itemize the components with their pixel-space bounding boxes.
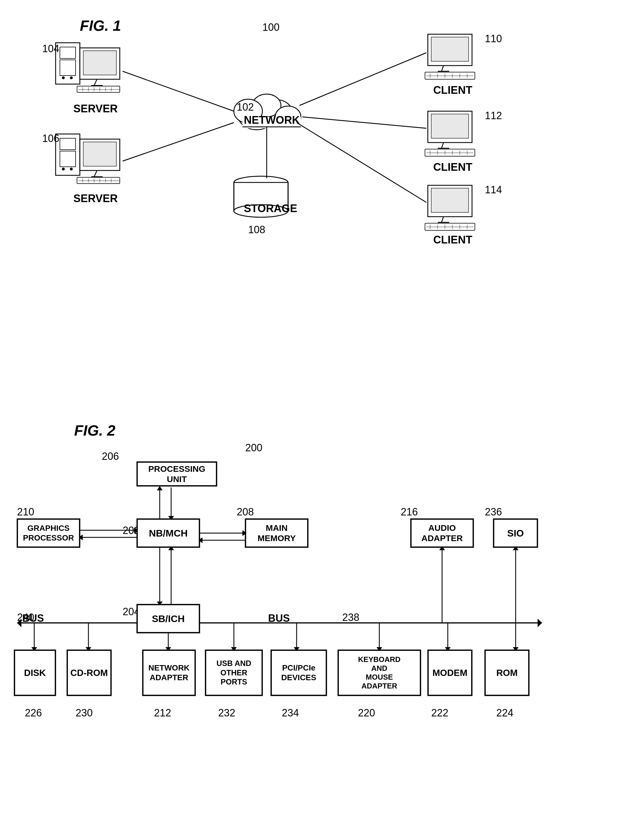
ref-114: 114 (485, 184, 502, 196)
svg-rect-46 (428, 34, 472, 65)
svg-marker-114 (538, 619, 542, 627)
ref-222: 222 (431, 707, 448, 719)
svg-rect-59 (431, 114, 468, 138)
usb-ports-box: USB ANDOTHERPORTS (205, 650, 262, 695)
svg-rect-6 (83, 51, 116, 75)
label-client1: CLIENT (425, 84, 481, 96)
ref-100: 100 (262, 21, 280, 33)
svg-line-48 (441, 65, 444, 71)
ref-234: 234 (282, 707, 299, 719)
label-server2: SERVER (67, 192, 124, 205)
ref-206: 206 (102, 450, 119, 462)
svg-rect-58 (428, 111, 472, 143)
network-adapter-box: NETWORKADAPTER (143, 650, 195, 695)
svg-line-86 (302, 117, 426, 128)
label-network: NETWORK (244, 114, 291, 126)
svg-rect-74 (425, 223, 475, 230)
ref-224: 224 (496, 707, 513, 719)
cd-rom-box: CD-ROM (67, 650, 111, 695)
sio-box: SIO (493, 519, 538, 547)
ref-112: 112 (485, 110, 502, 122)
svg-rect-1 (60, 47, 76, 58)
audio-adapter-box: AUDIOADAPTER (411, 519, 473, 547)
svg-rect-62 (425, 149, 475, 156)
svg-rect-22 (80, 139, 120, 171)
svg-point-36 (252, 94, 281, 117)
main-memory-box: MAINMEMORY (245, 519, 308, 547)
modem-box: MODEM (428, 650, 472, 695)
nb-mch-box: NB/MCH (137, 519, 200, 547)
label-client3: CLIENT (425, 234, 481, 246)
svg-point-3 (62, 76, 65, 79)
svg-line-87 (297, 123, 426, 202)
ref-236: 236 (485, 506, 502, 518)
keyboard-mouse-box: KEYBOARDANDMOUSEADAPTER (338, 650, 421, 695)
svg-point-20 (62, 167, 65, 171)
ref-102: 102 (237, 101, 254, 113)
svg-line-24 (94, 171, 97, 177)
svg-marker-91 (157, 486, 163, 491)
label-server1: SERVER (67, 102, 124, 115)
bus-label-2: BUS (268, 612, 290, 624)
disk-box: DISK (14, 650, 55, 695)
rom-box: ROM (485, 650, 529, 695)
svg-rect-70 (428, 185, 472, 217)
processing-unit-box: PROCESSINGUNIT (137, 462, 217, 486)
ref-208: 208 (237, 506, 254, 518)
svg-point-41 (234, 176, 288, 189)
ref-226: 226 (25, 707, 42, 719)
ref-232: 232 (218, 707, 235, 719)
ref-216: 216 (401, 506, 418, 518)
svg-rect-50 (425, 72, 475, 79)
svg-line-60 (441, 143, 444, 148)
label-client2: CLIENT (425, 161, 481, 173)
svg-rect-5 (80, 48, 120, 79)
svg-rect-18 (60, 138, 76, 149)
svg-rect-9 (77, 86, 120, 93)
ref-238: 238 (342, 611, 359, 624)
ref-212: 212 (154, 707, 171, 719)
pci-devices-box: PCI/PCIeDEVICES (271, 650, 327, 695)
ref-110: 110 (485, 33, 502, 45)
svg-line-85 (299, 53, 426, 106)
ref-104: 104 (42, 43, 59, 55)
svg-rect-19 (60, 151, 76, 167)
svg-line-72 (441, 217, 444, 223)
bus-label-1: BUS (22, 612, 44, 624)
label-storage: STORAGE (244, 202, 291, 214)
ref-220: 220 (358, 707, 375, 719)
ref-106: 106 (42, 133, 59, 145)
ref-230: 230 (76, 707, 93, 719)
svg-line-82 (123, 71, 234, 111)
svg-rect-2 (60, 60, 76, 76)
svg-rect-23 (83, 142, 116, 166)
ref-108: 108 (248, 224, 265, 236)
ref-200: 200 (245, 442, 262, 454)
sb-ich-box: SB/ICH (137, 604, 200, 633)
fig1-title: FIG. 1 (80, 17, 121, 34)
svg-rect-71 (431, 188, 468, 213)
svg-line-83 (123, 123, 234, 161)
graphics-processor-box: GRAPHICSPROCESSOR (17, 519, 80, 547)
svg-rect-26 (77, 177, 120, 184)
svg-point-4 (70, 76, 73, 79)
ref-210: 210 (17, 506, 34, 518)
svg-rect-47 (431, 37, 468, 61)
svg-line-7 (94, 79, 97, 86)
svg-point-21 (70, 167, 73, 171)
fig2-title: FIG. 2 (74, 422, 115, 439)
